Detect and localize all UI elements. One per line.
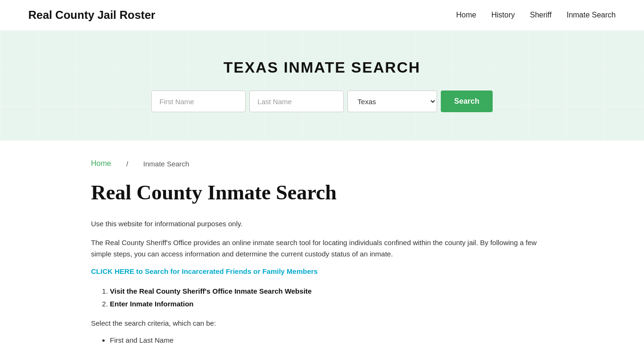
nav-sheriff[interactable]: Sheriff xyxy=(530,11,552,19)
criteria-list: First and Last Name xyxy=(110,334,553,346)
nav-inmate-search[interactable]: Inmate Search xyxy=(567,11,616,19)
breadcrumb-home[interactable]: Home xyxy=(91,159,111,168)
paragraph-2: The Real County Sheriff's Office provide… xyxy=(91,237,553,260)
content-body: Use this website for informational purpo… xyxy=(91,218,553,346)
site-title[interactable]: Real County Jail Roster xyxy=(28,8,155,22)
criteria-intro: Select the search criteria, which can be… xyxy=(91,318,553,329)
search-button[interactable]: Search xyxy=(441,90,492,112)
nav-history[interactable]: History xyxy=(491,11,515,19)
state-select[interactable]: AlabamaAlaskaArizonaArkansasCaliforniaCo… xyxy=(347,90,437,112)
first-name-input[interactable] xyxy=(151,90,246,112)
hero-title: TEXAS INMATE SEARCH xyxy=(9,59,635,76)
step-2: Enter Inmate Information xyxy=(110,297,553,310)
cta-link[interactable]: CLICK HERE to Search for Incarcerated Fr… xyxy=(91,267,318,275)
step-1: Visit the Real County Sheriff's Office I… xyxy=(110,285,553,297)
site-header: Real County Jail Roster Home History She… xyxy=(0,0,644,31)
steps-list: Visit the Real County Sheriff's Office I… xyxy=(110,285,553,310)
paragraph-1: Use this website for informational purpo… xyxy=(91,218,553,230)
page-title: Real County Inmate Search xyxy=(91,181,553,205)
hero-section: TEXAS INMATE SEARCH AlabamaAlaskaArizona… xyxy=(0,31,644,140)
nav-home[interactable]: Home xyxy=(456,11,477,19)
last-name-input[interactable] xyxy=(249,90,344,112)
search-form: AlabamaAlaskaArizonaArkansasCaliforniaCo… xyxy=(9,90,635,112)
breadcrumb: Home / Inmate Search xyxy=(91,159,553,168)
breadcrumb-current: Inmate Search xyxy=(143,160,190,168)
criteria-item-1: First and Last Name xyxy=(110,334,553,346)
main-nav: Home History Sheriff Inmate Search xyxy=(456,11,616,19)
breadcrumb-separator: / xyxy=(126,160,128,168)
main-content: Home / Inmate Search Real County Inmate … xyxy=(63,140,581,362)
